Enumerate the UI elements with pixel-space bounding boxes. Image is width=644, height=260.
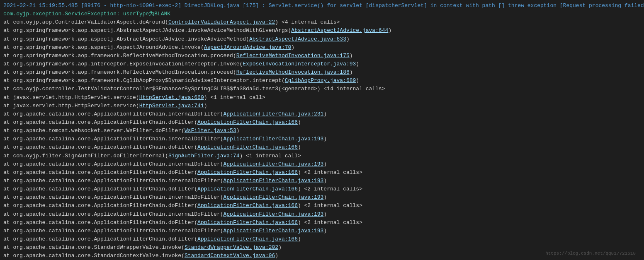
stack-frame-22: at org.apache.catalina.core.ApplicationF…: [3, 202, 641, 210]
stack-suffix-25: ): [323, 228, 327, 234]
stack-link-2[interactable]: AbstractAspectJAdvice.java:633: [249, 36, 346, 42]
log-container[interactable]: 2021-02-21 15:19:55.485 [89176 - http-ni…: [0, 0, 644, 260]
stack-frame-1: at org.springframework.aop.aspectj.Abstr…: [3, 26, 641, 35]
header-line-1: 2021-02-21 15:19:55.485 [89176 - http-ni…: [3, 2, 641, 10]
stack-link-16[interactable]: SignAuthFilter.java:74: [168, 153, 240, 159]
stack-link-18[interactable]: ApplicationFilterChain.java:166: [197, 169, 298, 176]
stack-suffix-26: ): [298, 236, 301, 242]
stack-frame-5: at org.springframework.aop.interceptor.E…: [3, 60, 641, 68]
stack-frame-21: at org.apache.catalina.core.ApplicationF…: [3, 193, 641, 202]
stack-class-21: org.apache.catalina.core.ApplicationFilt…: [13, 194, 223, 200]
stack-frame-8: at com.oyjp.controller.TestValidatorCont…: [3, 85, 641, 93]
stack-class-8: at com.oyjp.controller.TestValidatorCont…: [3, 86, 385, 92]
stack-suffix-5: ): [356, 61, 359, 67]
stack-frame-17: at org.apache.catalina.core.ApplicationF…: [3, 160, 641, 169]
stack-class-27: org.apache.catalina.core.StandardWrapper…: [13, 244, 184, 250]
stack-link-15[interactable]: ApplicationFilterChain.java:166: [197, 144, 298, 150]
stack-class-17: org.apache.catalina.core.ApplicationFilt…: [13, 161, 223, 167]
stack-suffix-21: ): [323, 194, 327, 200]
stack-suffix-18: ) <2 internal calls>: [298, 169, 362, 176]
exception-type: com.oyjp.exception.ServiceException: use…: [3, 11, 170, 17]
stack-class-6: org.springframework.aop.framework.Reflec…: [13, 69, 236, 75]
at-keyword-16: at: [3, 153, 13, 159]
timestamp: 2021-02-21 15:19:55.485 [89176 - http-ni…: [3, 2, 644, 9]
stack-suffix-11: ): [323, 111, 327, 117]
at-keyword-26: at: [3, 236, 13, 242]
stack-frame-14: at org.apache.catalina.core.ApplicationF…: [3, 135, 641, 143]
stack-class-28: org.apache.catalina.core.StandardContext…: [13, 253, 184, 259]
at-keyword-6: at: [3, 69, 13, 75]
stack-frame-10: at javax.servlet.http.HttpServlet.servic…: [3, 102, 641, 110]
stack-suffix-6: ): [350, 69, 353, 75]
stack-link-13[interactable]: WsFilter.java:53: [185, 128, 236, 134]
stack-link-25[interactable]: ApplicationFilterChain.java:193: [224, 228, 324, 234]
at-keyword-2: at: [3, 36, 13, 42]
at-keyword-22: at: [3, 202, 13, 209]
at-keyword-14: at: [3, 136, 13, 142]
stack-link-5[interactable]: ExposeInvocationInterceptor.java:93: [243, 61, 356, 67]
stack-link-19[interactable]: ApplicationFilterChain.java:193: [224, 178, 324, 184]
at-keyword-11: at: [3, 111, 13, 117]
stack-class-9: javax.servlet.http.HttpServlet.service(: [13, 94, 139, 101]
stack-frame-23: at org.apache.catalina.core.ApplicationF…: [3, 210, 641, 219]
stack-link-11[interactable]: ApplicationFilterChain.java:231: [224, 111, 324, 117]
stack-link-4[interactable]: ReflectiveMethodInvocation.java:175: [236, 53, 350, 59]
stack-frame-4: at org.springframework.aop.framework.Ref…: [3, 52, 641, 60]
stack-link-21[interactable]: ApplicationFilterChain.java:193: [224, 194, 324, 200]
stack-link-28[interactable]: StandardContextValve.java:96: [185, 253, 275, 259]
stack-frame-16: at com.oyjp.filter.SignAuthFilter.doFilt…: [3, 152, 641, 160]
stack-suffix-13: ): [236, 128, 240, 134]
stack-frame-7: at org.springframework.aop.framework.Cgl…: [3, 77, 641, 85]
stack-class-11: org.apache.catalina.core.ApplicationFilt…: [13, 111, 223, 117]
stack-frames: at com.oyjp.aop.ControllerValidatorAspec…: [3, 18, 641, 260]
at-keyword-20: at: [3, 186, 13, 192]
watermark: https://blog.csdn.net/qq817721518: [545, 250, 636, 257]
stack-link-9[interactable]: HttpServlet.java:660: [139, 94, 204, 101]
stack-frame-13: at org.apache.tomcat.websocket.server.Ws…: [3, 127, 641, 135]
stack-class-19: org.apache.catalina.core.ApplicationFilt…: [13, 178, 223, 184]
stack-link-0[interactable]: ControllerValidatorAspect.java:22: [168, 19, 275, 25]
stack-class-3: org.springframework.aop.aspectj.AspectJA…: [13, 44, 204, 51]
stack-frame-12: at org.apache.catalina.core.ApplicationF…: [3, 118, 641, 127]
stack-class-23: org.apache.catalina.core.ApplicationFilt…: [13, 211, 223, 217]
stack-class-22: org.apache.catalina.core.ApplicationFilt…: [13, 202, 197, 209]
at-keyword-24: at: [3, 219, 13, 226]
stack-frame-3: at org.springframework.aop.aspectj.Aspec…: [3, 43, 641, 52]
at-keyword-10: at: [3, 103, 13, 109]
stack-frame-11: at org.apache.catalina.core.ApplicationF…: [3, 110, 641, 118]
stack-link-1[interactable]: AbstractAspectJAdvice.java:644: [291, 27, 388, 34]
stack-class-0: com.oyjp.aop.ControllerValidatorAspect.d…: [13, 19, 168, 25]
stack-link-22[interactable]: ApplicationFilterChain.java:166: [197, 202, 298, 209]
stack-link-14[interactable]: ApplicationFilterChain.java:193: [224, 136, 324, 142]
stack-link-24[interactable]: ApplicationFilterChain.java:166: [197, 219, 298, 226]
at-keyword-5: at: [3, 61, 13, 67]
stack-link-3[interactable]: AspectJAroundAdvice.java:70: [204, 44, 292, 51]
stack-suffix-1: ): [388, 27, 391, 34]
stack-class-12: org.apache.catalina.core.ApplicationFilt…: [13, 119, 197, 125]
stack-frame-2: at org.springframework.aop.aspectj.Abstr…: [3, 35, 641, 43]
stack-link-23[interactable]: ApplicationFilterChain.java:193: [224, 211, 324, 217]
at-keyword-1: at: [3, 27, 13, 34]
stack-class-4: org.springframework.aop.framework.Reflec…: [13, 53, 236, 59]
stack-suffix-24: ) <2 internal calls>: [298, 219, 362, 226]
stack-class-16: com.oyjp.filter.SignAuthFilter.doFilterI…: [13, 153, 168, 159]
stack-class-26: org.apache.catalina.core.ApplicationFilt…: [13, 236, 197, 242]
stack-link-6[interactable]: ReflectiveMethodInvocation.java:186: [236, 69, 350, 75]
stack-link-26[interactable]: ApplicationFilterChain.java:166: [197, 236, 298, 242]
at-keyword-17: at: [3, 161, 13, 167]
stack-suffix-19: ): [323, 178, 327, 184]
stack-class-14: org.apache.catalina.core.ApplicationFilt…: [13, 136, 223, 142]
stack-link-27[interactable]: StandardWrapperValve.java:202: [185, 244, 278, 250]
stack-frame-19: at org.apache.catalina.core.ApplicationF…: [3, 177, 641, 185]
stack-link-10[interactable]: HttpServlet.java:741: [139, 103, 204, 109]
stack-link-17[interactable]: ApplicationFilterChain.java:193: [224, 161, 324, 167]
stack-frame-24: at org.apache.catalina.core.ApplicationF…: [3, 219, 641, 227]
stack-suffix-27: ): [278, 244, 282, 250]
stack-suffix-28: ): [275, 253, 278, 259]
stack-link-7[interactable]: CglibAopProxy.java:689: [285, 77, 356, 84]
stack-link-12[interactable]: ApplicationFilterChain.java:166: [197, 119, 298, 125]
stack-suffix-12: ): [298, 119, 301, 125]
stack-class-2: org.springframework.aop.aspectj.Abstract…: [13, 36, 249, 42]
stack-suffix-3: ): [291, 44, 294, 51]
stack-link-20[interactable]: ApplicationFilterChain.java:166: [197, 186, 298, 192]
